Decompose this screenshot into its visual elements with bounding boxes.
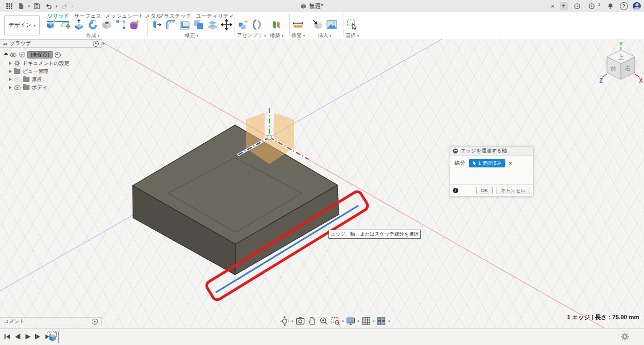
ok-button[interactable]: OK	[476, 187, 493, 194]
grid-settings-icon[interactable]	[361, 316, 371, 326]
new-component-icon[interactable]	[237, 18, 250, 31]
panel-resize-handle[interactable]: ▶	[103, 41, 105, 46]
collapsed-arrow-icon[interactable]	[9, 86, 12, 89]
axis-through-edge-dialog[interactable]: エッジを通過する軸 線分 1 選択済み × i OK キャンセル	[450, 146, 533, 196]
close-tab-icon[interactable]: ×	[551, 3, 555, 10]
viewports-caret[interactable]: ▾	[388, 319, 390, 323]
selection-count-button[interactable]: 1 選択済み	[469, 159, 505, 167]
browser-display-toggle-icon[interactable]	[93, 41, 99, 47]
look-at-icon[interactable]	[295, 316, 305, 326]
select-icon[interactable]	[346, 18, 358, 31]
viewcube-top-label: 上	[618, 54, 624, 60]
browser-row-bodies[interactable]: ボディ	[9, 84, 47, 91]
zoom-window-caret[interactable]: ▾	[342, 319, 345, 323]
activate-component-icon[interactable]	[55, 52, 61, 58]
timeline-feature-box[interactable]	[48, 332, 57, 342]
construction-plane-icon[interactable]	[270, 18, 283, 31]
browser-row-origin[interactable]: 原点	[9, 76, 42, 83]
document-root-icon	[19, 52, 25, 58]
undo-icon[interactable]	[44, 1, 54, 11]
redo-icon[interactable]	[60, 1, 69, 11]
collapse-panel-icon[interactable]: ◀◀	[3, 42, 6, 46]
timeline-settings-gear-icon[interactable]	[621, 333, 629, 341]
viewports-icon[interactable]	[376, 316, 386, 326]
data-panel-icon[interactable]	[4, 1, 14, 11]
viewcube-x-label: X	[639, 78, 643, 84]
display-settings-icon[interactable]	[346, 316, 356, 326]
press-pull-icon[interactable]	[150, 18, 163, 31]
fillet-icon[interactable]	[164, 18, 177, 31]
main-toolbar: デザイン ▾ ソリッド サーフェス メッシュ シート メタル プラスチック ユー…	[0, 12, 644, 39]
browser-row-named-views[interactable]: ビュー管理	[9, 68, 48, 75]
document-tab[interactable]: 無題*	[301, 0, 323, 12]
timeline-playhead[interactable]	[58, 332, 59, 343]
undo-caret[interactable]: ▾	[56, 4, 58, 8]
revolve-icon[interactable]	[86, 18, 99, 31]
collapsed-arrow-icon[interactable]	[9, 78, 12, 81]
shell-icon[interactable]	[178, 18, 191, 31]
extrude-icon[interactable]	[72, 18, 85, 31]
canvas-image-icon[interactable]	[325, 18, 338, 31]
expanded-arrow-icon[interactable]	[4, 53, 8, 57]
origin-point[interactable]	[267, 135, 272, 140]
group-inspect: 検査 ▾	[291, 18, 305, 39]
view-cube[interactable]: Y 上 前 右 Z X	[599, 41, 643, 89]
hole-icon[interactable]	[100, 18, 113, 31]
browser-header[interactable]: ◀◀ ブラウザ	[0, 39, 102, 48]
file-menu-icon[interactable]	[16, 1, 26, 11]
collapsed-arrow-icon[interactable]	[9, 62, 12, 65]
orbit-caret[interactable]: ▾	[291, 319, 294, 323]
new-tab-icon[interactable]: +	[560, 2, 568, 10]
group-select: 選択 ▾	[346, 18, 359, 39]
clear-selection-icon[interactable]: ×	[509, 160, 512, 166]
job-status-icon[interactable]	[587, 1, 597, 11]
profile-avatar[interactable]	[633, 2, 641, 10]
timeline-step-forward-icon[interactable]	[34, 333, 41, 340]
insert-mesh-icon[interactable]	[311, 18, 324, 31]
comments-toggle-icon[interactable]	[92, 319, 98, 325]
browser-root-row[interactable]: (未保存)	[4, 51, 61, 58]
move-icon[interactable]	[220, 18, 233, 31]
notifications-bell-icon[interactable]	[605, 1, 615, 11]
orbit-icon[interactable]	[280, 316, 290, 326]
rectangular-pattern-icon[interactable]	[114, 18, 127, 31]
joint-icon[interactable]	[251, 18, 264, 31]
create-sketch-icon[interactable]	[58, 18, 71, 31]
save-icon[interactable]	[32, 1, 42, 11]
file-menu-caret[interactable]: ▾	[28, 4, 30, 8]
group-insert: 挿入 ▾	[311, 18, 338, 39]
cancel-button[interactable]: キャンセル	[496, 187, 530, 194]
body-box[interactable]	[133, 125, 339, 275]
pan-icon[interactable]	[307, 316, 317, 326]
viewport-canvas[interactable]: Y 上 前 右 Z X ◀◀ ブラウザ ▶	[0, 39, 644, 328]
timeline-step-back-icon[interactable]	[14, 333, 21, 340]
unsaved-document-label[interactable]: (未保存)	[27, 51, 53, 58]
dialog-info-icon[interactable]: i	[453, 188, 458, 193]
visibility-eye-off-icon[interactable]	[14, 77, 21, 82]
create-form-icon[interactable]	[128, 18, 141, 31]
collapsed-arrow-icon[interactable]	[9, 70, 12, 73]
measure-icon[interactable]	[291, 18, 304, 31]
zoom-window-icon[interactable]	[331, 316, 341, 326]
display-settings-caret[interactable]: ▾	[357, 319, 360, 323]
visibility-eye-icon[interactable]	[14, 85, 21, 90]
zoom-icon[interactable]	[319, 316, 329, 326]
grid-settings-caret[interactable]: ▾	[373, 319, 375, 323]
selection-info: 1 エッジ | 長さ : 75.00 mm	[567, 313, 639, 321]
visibility-eye-icon[interactable]	[10, 53, 17, 57]
comments-bar[interactable]: コメント	[0, 317, 102, 326]
browser-row-document-settings[interactable]: ドキュメントの設定	[9, 60, 69, 67]
timeline-play-icon[interactable]	[24, 333, 31, 340]
workspace-selector[interactable]: デザイン ▾	[4, 15, 40, 35]
split-body-icon[interactable]	[206, 18, 219, 31]
primitive-box-icon[interactable]	[45, 18, 57, 31]
redo-caret[interactable]: ▾	[71, 4, 74, 8]
dialog-title-bar[interactable]: エッジを通過する軸	[450, 146, 533, 156]
help-icon[interactable]: ?	[620, 2, 628, 10]
combine-icon[interactable]	[192, 18, 205, 31]
extensions-icon[interactable]	[573, 1, 582, 11]
named-views-label: ビュー管理	[23, 68, 48, 75]
timeline-go-start-icon[interactable]	[4, 333, 11, 340]
browser-title: ブラウザ	[10, 40, 90, 47]
cursor-icon	[472, 160, 477, 166]
